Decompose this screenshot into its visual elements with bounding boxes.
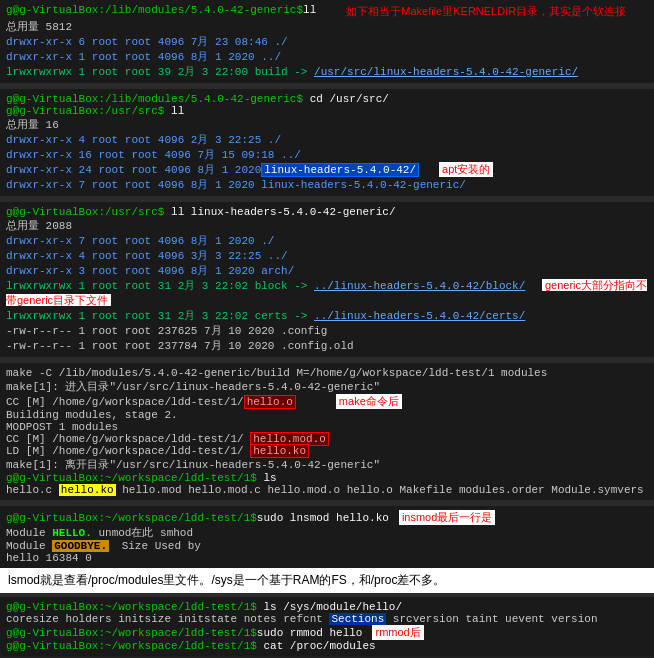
rmmod-row: g@g-VirtualBox:~/workspace/ldd-test/1$ s… bbox=[6, 625, 648, 640]
page-wrapper: g@g-VirtualBox:/lib/modules/5.4.0-42-gen… bbox=[0, 0, 654, 656]
ls-hello-ko: hello.ko bbox=[59, 484, 116, 496]
cmd-2a: cd /usr/src/ bbox=[310, 93, 389, 105]
terminal-block-1: g@g-VirtualBox:/lib/modules/5.4.0-42-gen… bbox=[0, 0, 654, 83]
ls-rest: hello.mod hello.mod.c hello.mod.o hello.… bbox=[122, 484, 644, 496]
line-2-1: drwxr-xr-x 4 root root 4096 2月 3 22:25 .… bbox=[6, 132, 648, 147]
ls-output: hello.c hello.ko hello.mod hello.mod.c h… bbox=[6, 484, 648, 496]
line-du-1: 总用量 5812 bbox=[6, 19, 648, 34]
prompt-ls: g@g-VirtualBox:~/workspace/ldd-test/1$ bbox=[6, 472, 257, 484]
line-3-3: drwxr-xr-x 3 root root 4096 8月 1 2020 ar… bbox=[6, 263, 648, 278]
cmd-cat: cat /proc/modules bbox=[263, 640, 375, 652]
unmod-text: unmod在此 smhod bbox=[98, 527, 193, 539]
line-3-2: drwxr-xr-x 4 root root 4096 3月 3 22:25 .… bbox=[6, 248, 648, 263]
make-line-6-pre: CC [M] /home/g/workspace/ldd-test/1/ bbox=[6, 433, 244, 445]
line-3-7: -rw-r--r-- 1 root root 237784 7月 10 2020… bbox=[6, 338, 648, 353]
line-3-5: lrwxrwxrwx 1 root root 31 2月 3 22:02 cer… bbox=[6, 308, 648, 323]
make-hello-ko: hello.ko bbox=[250, 444, 309, 458]
cmd-2b: ll bbox=[171, 105, 184, 117]
line-link-1: lrwxrwxrwx 1 root root 39 2月 3 22:00 bui… bbox=[6, 64, 648, 79]
annotation-apt: apt安装的 bbox=[439, 162, 493, 177]
line-3-5-pre: lrwxrwxrwx 1 root root 31 2月 3 22:02 cer… bbox=[6, 310, 314, 322]
coresize: coresize holders initsize initstate note… bbox=[6, 613, 329, 625]
make-hello-o: hello.o bbox=[244, 395, 296, 409]
make-line-3-row: CC [M] /home/g/workspace/ldd-test/1/ hel… bbox=[6, 394, 648, 409]
terminal-block-2: g@g-VirtualBox:/lib/modules/5.4.0-42-gen… bbox=[0, 89, 654, 196]
make-line-6-row: CC [M] /home/g/workspace/ldd-test/1/ hel… bbox=[6, 433, 648, 445]
prompt-1: g@g-VirtualBox:/lib/modules/5.4.0-42-gen… bbox=[6, 4, 303, 16]
make-line-7-pre: LD [M] /home/g/workspace/ldd-test/1/ bbox=[6, 445, 244, 457]
module-label-2: Module bbox=[6, 540, 46, 552]
line-du-2: 总用量 16 bbox=[6, 117, 648, 132]
make-line-3-pre: CC [M] /home/g/workspace/ldd-test/1/ bbox=[6, 396, 244, 408]
terminal-block-3: g@g-VirtualBox:/usr/src$ ll linux-header… bbox=[0, 202, 654, 357]
sys-cmd-row: g@g-VirtualBox:~/workspace/ldd-test/1$ l… bbox=[6, 601, 648, 613]
prompt-rmmod: g@g-VirtualBox:~/workspace/ldd-test/1$ bbox=[6, 627, 257, 639]
cmd-3: ll linux-headers-5.4.0-42-generic/ bbox=[171, 206, 395, 218]
ls-pre: hello.c bbox=[6, 484, 59, 496]
make-line-8: make[1]: 离开目录"/usr/src/linux-headers-5.4… bbox=[6, 457, 648, 472]
prompt-insmod: g@g-VirtualBox:~/workspace/ldd-test/1$ bbox=[6, 512, 257, 524]
prompt-2b: g@g-VirtualBox:/usr/src$ bbox=[6, 105, 164, 117]
terminal-block-6: g@g-VirtualBox:~/workspace/ldd-test/1$ l… bbox=[0, 597, 654, 656]
lsmod-header: Size Used by bbox=[122, 540, 201, 552]
sections-highlight: Sections bbox=[329, 613, 386, 625]
make-line-4: Building modules, stage 2. bbox=[6, 409, 648, 421]
prompt-2a: g@g-VirtualBox:/lib/modules/5.4.0-42-gen… bbox=[6, 93, 303, 105]
annotation-make: make命令后 bbox=[336, 394, 402, 409]
hello-green: HELLO. bbox=[52, 527, 92, 539]
cmd-ls: ls bbox=[263, 472, 276, 484]
line-dir-2: drwxr-xr-x 1 root root 4096 8月 1 2020 ..… bbox=[6, 49, 648, 64]
line-3-1: drwxr-xr-x 7 root root 4096 8月 1 2020 ./ bbox=[6, 233, 648, 248]
hello-line: Module HELLO. unmod在此 smhod bbox=[6, 525, 648, 540]
white-section-lsmod: lsmod就是查看/proc/modules里文件。/sys是一个基于RAM的F… bbox=[0, 568, 654, 593]
link-block: ../linux-headers-5.4.0-42/block/ bbox=[314, 280, 525, 292]
module-label: Module bbox=[6, 527, 46, 539]
line-2-3-pre: drwxr-xr-x 24 root root 4096 8月 1 2020 bbox=[6, 162, 261, 177]
prompt-3: g@g-VirtualBox:/usr/src$ bbox=[6, 206, 164, 218]
annotation-insmod: insmod最后一行是 bbox=[399, 510, 495, 525]
prompt-cat: g@g-VirtualBox:~/workspace/ldd-test/1$ bbox=[6, 640, 257, 652]
hello-module-row: hello 16384 0 bbox=[6, 552, 648, 564]
make-line-1: make -C /lib/modules/5.4.0-42-generic/bu… bbox=[6, 367, 648, 379]
cat-row: g@g-VirtualBox:~/workspace/ldd-test/1$ c… bbox=[6, 640, 648, 652]
cmd-rmmod: sudo rmmod hello bbox=[257, 627, 363, 639]
cmd-insmod: sudo lnsmod hello.ko bbox=[257, 512, 389, 524]
annotation-1: 如下相当于Makefile里KERNELDIR目录，其实是个软连接 bbox=[346, 4, 626, 19]
make-line-7-row: LD [M] /home/g/workspace/ldd-test/1/ hel… bbox=[6, 445, 648, 457]
cmd-1: ll bbox=[303, 4, 316, 16]
line-3-4: lrwxrwxrwx 1 root root 31 2月 3 22:02 blo… bbox=[6, 278, 648, 308]
line-du-3: 总用量 2088 bbox=[6, 218, 648, 233]
cmd-sys: ls /sys/module/hello/ bbox=[263, 601, 402, 613]
prompt-sys: g@g-VirtualBox:~/workspace/ldd-test/1$ bbox=[6, 601, 257, 613]
make-line-2: make[1]: 进入目录"/usr/src/linux-headers-5.4… bbox=[6, 379, 648, 394]
line-2-2: drwxr-xr-x 16 root root 4096 7月 15 09:18… bbox=[6, 147, 648, 162]
terminal-block-5: g@g-VirtualBox:~/workspace/ldd-test/1$ s… bbox=[0, 506, 654, 568]
after-sections: srcversion taint uevent version bbox=[386, 613, 597, 625]
line-dir-1: drwxr-xr-x 6 root root 4096 7月 23 08:46 … bbox=[6, 34, 648, 49]
goodbye-text: GOODBYE. bbox=[52, 540, 109, 552]
annotation-rmmod: rmmod后 bbox=[372, 625, 423, 640]
goodbye-row: Module GOODBYE. Size Used by bbox=[6, 540, 648, 552]
make-line-9: g@g-VirtualBox:~/workspace/ldd-test/1$ l… bbox=[6, 472, 648, 484]
insmod-row: g@g-VirtualBox:~/workspace/ldd-test/1$ s… bbox=[6, 510, 648, 525]
highlight-linux-headers: linux-headers-5.4.0-42/ bbox=[261, 163, 419, 177]
line-2-3-row: drwxr-xr-x 24 root root 4096 8月 1 2020 l… bbox=[6, 162, 648, 177]
lsmod-description: lsmod就是查看/proc/modules里文件。/sys是一个基于RAM的F… bbox=[8, 573, 445, 587]
line-2-4: drwxr-xr-x 7 root root 4096 8月 1 2020 li… bbox=[6, 177, 648, 192]
line-3-4-pre: lrwxrwxrwx 1 root root 31 2月 3 22:02 blo… bbox=[6, 280, 314, 292]
link-certs: ../linux-headers-5.4.0-42/certs/ bbox=[314, 310, 525, 322]
line-3-6: -rw-r--r-- 1 root root 237625 7月 10 2020… bbox=[6, 323, 648, 338]
sys-output: coresize holders initsize initstate note… bbox=[6, 613, 648, 625]
terminal-block-4: make -C /lib/modules/5.4.0-42-generic/bu… bbox=[0, 363, 654, 500]
